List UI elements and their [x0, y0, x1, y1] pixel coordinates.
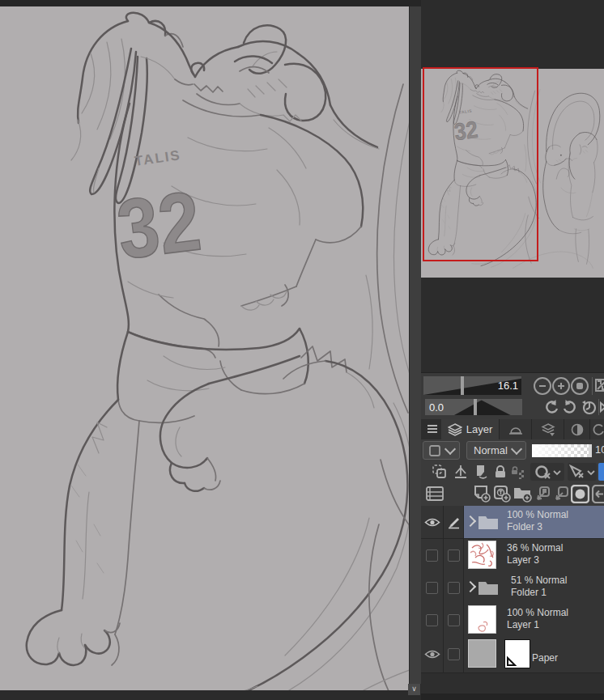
clip-to-layer-button[interactable] [530, 463, 564, 481]
ruler-button[interactable] [452, 464, 470, 480]
lock-alpha-icon [512, 470, 517, 474]
layer-color-swatch-icon [430, 446, 440, 456]
tab-layer-property[interactable] [564, 419, 590, 439]
visibility-cell[interactable] [421, 571, 444, 604]
opacity-slider[interactable] [532, 444, 592, 457]
vertical-scrollbar[interactable] [409, 6, 421, 684]
reference-layer-button[interactable] [568, 463, 597, 481]
layers-arrow-icon [542, 424, 554, 433]
edit-target-cell[interactable] [444, 506, 464, 538]
visibility-cell[interactable] [421, 506, 444, 538]
new-tone-layer-button[interactable] [492, 485, 512, 503]
faint-sketch-thumb [469, 606, 496, 634]
layer-content[interactable]: 51 % Normal Folder 1 [464, 571, 604, 604]
layer-row-layer-1[interactable]: 100 % Normal Layer 1 [421, 604, 604, 637]
merge-down-button[interactable] [551, 485, 569, 503]
rotation-slider-handle[interactable] [474, 399, 477, 415]
flip-horizontal-button[interactable] [600, 399, 604, 415]
new-folder-button[interactable] [512, 485, 533, 503]
drawing-canvas[interactable] [0, 6, 409, 690]
layer-row-layer-3[interactable]: 36 % Normal Layer 3 [421, 539, 604, 572]
transfer-down-button[interactable] [533, 485, 551, 503]
layer-color-dropdown[interactable] [423, 441, 460, 460]
flip-icon [596, 380, 604, 391]
page-fold [508, 658, 515, 665]
layer-info: 36 % Normal [507, 542, 563, 554]
mast-icon [455, 465, 466, 477]
new-raster-layer-button[interactable] [472, 485, 491, 503]
redo-button[interactable] [561, 398, 579, 416]
eye-icon [424, 517, 440, 528]
expand-chevron-icon[interactable] [465, 581, 476, 592]
palette-tab-bar: Layer [421, 419, 604, 439]
blend-mode-dropdown[interactable]: Normal [466, 441, 526, 460]
zoom-slider[interactable]: 16.1 [423, 376, 521, 395]
layer-content[interactable]: Paper [464, 636, 604, 672]
paper-thumbnail[interactable] [468, 639, 496, 668]
navigator-view-rectangle[interactable] [423, 67, 538, 261]
apply-mask-button[interactable] [592, 485, 604, 503]
zoom-slider-handle[interactable] [461, 376, 464, 395]
blend-mode-row: Normal 100 [421, 439, 604, 461]
layer-thumbnail[interactable] [468, 605, 496, 634]
clip-below-icon [537, 467, 547, 477]
edit-checkbox[interactable] [448, 549, 460, 562]
reset-rotation-button[interactable] [580, 398, 598, 416]
layer-row-paper[interactable]: Paper [421, 636, 604, 673]
tab-layer[interactable]: Layer [441, 419, 500, 439]
edit-target-cell[interactable] [444, 571, 464, 604]
layer-info: 100 % Normal [507, 509, 568, 521]
list-view-icon [427, 487, 443, 500]
accent-blue-button[interactable] [598, 463, 604, 481]
pencil-icon [447, 515, 461, 529]
pen-page-icon [477, 465, 484, 476]
horizontal-scrollbar[interactable] [0, 690, 409, 700]
tab-edit-history[interactable] [590, 419, 604, 439]
visibility-cell[interactable] [421, 636, 444, 672]
navigator-panel [421, 0, 604, 372]
selection-duplicate-button[interactable] [431, 464, 449, 480]
edit-checkbox[interactable] [448, 648, 460, 660]
fit-icon [576, 383, 583, 389]
visibility-checkbox[interactable] [426, 582, 438, 594]
opacity-gradient [532, 444, 592, 457]
zoom-in-button[interactable] [552, 377, 570, 395]
edit-checkbox[interactable] [448, 614, 460, 626]
draft-layer-button[interactable] [472, 464, 490, 480]
edit-target-cell[interactable] [444, 636, 464, 672]
tab-layer-search[interactable] [500, 419, 532, 439]
rotation-value: 0.0 [429, 399, 444, 415]
visibility-cell[interactable] [421, 539, 444, 571]
opacity-slider-handle[interactable] [589, 444, 592, 457]
lock-transparent-button[interactable] [510, 465, 525, 479]
panel-menu-button[interactable] [426, 423, 439, 435]
layer-mask-button[interactable] [570, 485, 589, 503]
layer-content[interactable]: 100 % Normal Layer 1 [464, 604, 604, 636]
palette-list-button[interactable] [425, 486, 444, 502]
paper-page-icon [505, 640, 530, 668]
tab-animation[interactable] [532, 419, 564, 439]
layer-row-folder-3[interactable]: 100 % Normal Folder 3 [421, 506, 604, 539]
layer-content[interactable]: 100 % Normal Folder 3 [464, 506, 604, 538]
visibility-checkbox[interactable] [426, 614, 438, 626]
layer-thumbnail[interactable] [468, 541, 496, 569]
undo-button[interactable] [542, 398, 560, 416]
visibility-checkbox[interactable] [426, 549, 438, 562]
visibility-cell[interactable] [421, 604, 444, 636]
history-icon [593, 424, 603, 434]
edit-target-cell[interactable] [444, 539, 464, 571]
expand-chevron-icon[interactable] [465, 515, 476, 527]
layer-content[interactable]: 36 % Normal Layer 3 [464, 539, 604, 571]
rotation-slider[interactable]: 0.0 [425, 399, 522, 415]
edit-checkbox[interactable] [448, 582, 460, 594]
layer-name: Layer 3 [507, 554, 563, 566]
eye-icon [424, 649, 440, 660]
fit-to-screen-button[interactable] [571, 377, 589, 395]
layer-row-folder-1[interactable]: 51 % Normal Folder 1 [421, 571, 604, 605]
zoom-out-button[interactable] [534, 377, 551, 395]
scroll-down-button[interactable]: ∨ [408, 684, 420, 695]
lock-layer-button[interactable] [492, 464, 508, 480]
opacity-value: 100 [595, 443, 604, 456]
edit-target-cell[interactable] [444, 604, 464, 636]
flip-view-button[interactable] [594, 377, 604, 395]
